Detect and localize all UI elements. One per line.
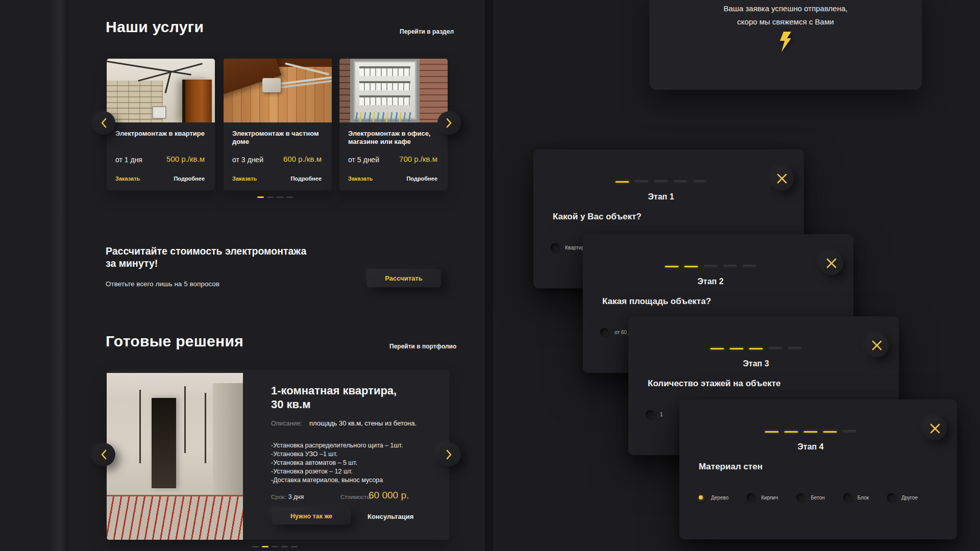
stage-options: Дерево Кирпич Бетон Блок Другое: [697, 493, 918, 502]
service-photo-apartment: [107, 59, 215, 122]
portfolio-card: 1-комнатная квартира, 30 кв.м Описание:п…: [107, 370, 449, 540]
radio-icon[interactable]: [843, 493, 851, 502]
portfolio-section-link[interactable]: Перейти в портфолио: [389, 343, 456, 350]
chevron-left-icon: [101, 449, 107, 460]
service-duration: от 1 дня: [115, 156, 142, 164]
radio-label: Дерево: [711, 495, 728, 500]
carousel-dot[interactable]: [277, 196, 283, 198]
calculator-subtitle: Ответьте всего лишь на 5 вопросов: [106, 280, 219, 288]
portfolio-photo-room: [107, 373, 243, 540]
close-icon: [871, 340, 883, 351]
work-item: -Установка автоматов – 5 шт.: [271, 459, 403, 467]
cost-label: Стоимость:: [340, 494, 372, 500]
stage-question: Какая площадь объекта?: [602, 296, 711, 307]
close-icon: [929, 423, 941, 434]
calculator-title: Рассчитайте стоимость электромонтажа за …: [106, 245, 351, 269]
radio-icon[interactable]: [600, 328, 608, 336]
service-card: Электромонтаж в квартире от 1 дня 500 р.…: [107, 59, 215, 190]
portfolio-work-list: -Установка распределительного щита – 1шт…: [271, 441, 403, 485]
chevron-right-icon: [446, 449, 452, 460]
details-link[interactable]: Подробнее: [174, 176, 205, 182]
radio-option[interactable]: Блок: [843, 493, 869, 502]
close-button[interactable]: [865, 334, 889, 357]
close-icon: [776, 173, 788, 184]
carousel-dot[interactable]: [291, 546, 298, 547]
radio-icon[interactable]: [646, 410, 654, 418]
calculator-title-line1: Рассчитайте стоимость электромонтажа: [106, 245, 351, 257]
success-toast: Ваша заявка успешно отправлена, скоро мы…: [649, 0, 922, 90]
services-prev-button[interactable]: [92, 111, 115, 135]
close-button[interactable]: [923, 417, 947, 440]
service-duration: от 5 дней: [348, 156, 379, 164]
services-next-button[interactable]: [437, 111, 461, 135]
stage-title: Этап 3: [621, 359, 891, 368]
order-button[interactable]: Заказать: [348, 176, 373, 182]
service-title: Электромонтаж в частном доме: [232, 130, 324, 146]
order-button[interactable]: Заказать: [232, 176, 257, 182]
details-link[interactable]: Подробнее: [290, 176, 322, 182]
radio-icon[interactable]: [796, 493, 804, 502]
carousel-dot[interactable]: [272, 546, 278, 547]
description-value: площадь 30 кв.м, стены из бетона.: [309, 419, 416, 427]
radio-option[interactable]: 1: [646, 410, 663, 418]
work-item: -Установка УЗО –1 шт.: [271, 450, 403, 459]
services-section-link[interactable]: Перейти в раздел: [400, 28, 454, 35]
service-photo-electrical-panel: [339, 59, 448, 122]
stage-title: Этап 4: [672, 442, 949, 452]
lightning-bolt-icon: [779, 32, 792, 54]
portfolio-section-title: Готовые решения: [106, 333, 243, 350]
term-value: 3 дня: [288, 493, 304, 500]
service-price: 600 р./кв.м: [283, 155, 322, 163]
radio-icon[interactable]: [747, 493, 755, 502]
wizard-modal-step4: Этап 4 Материал стен Дерево Кирпич Бетон…: [679, 399, 957, 539]
carousel-dot[interactable]: [286, 196, 293, 198]
carousel-dot[interactable]: [257, 196, 264, 198]
radio-label: 1: [660, 412, 663, 417]
close-button[interactable]: [770, 167, 794, 190]
portfolio-item-title: 1-комнатная квартира, 30 кв.м: [271, 384, 397, 411]
radio-icon[interactable]: [551, 243, 559, 252]
radio-option[interactable]: Другое: [887, 493, 918, 502]
order-button[interactable]: Заказать: [115, 176, 140, 182]
service-card: Электромонтаж в офисе, магазине или кафе…: [339, 59, 448, 190]
portfolio-description-row: Описание:площадь 30 кв.м, стены из бетон…: [271, 419, 416, 427]
portfolio-next-button[interactable]: [437, 443, 461, 466]
stage-options: Квартира: [551, 243, 587, 252]
services-carousel-dots[interactable]: [257, 196, 293, 198]
carousel-dot[interactable]: [281, 546, 288, 547]
panel-edge-glow: [51, 0, 68, 551]
portfolio-prev-button[interactable]: [92, 443, 115, 466]
service-title: Электромонтаж в офисе, магазине или кафе: [348, 130, 440, 146]
radio-option[interactable]: Кирпич: [747, 493, 778, 502]
carousel-dot[interactable]: [267, 196, 274, 198]
radio-icon[interactable]: [887, 493, 895, 502]
need-same-button[interactable]: Нужно так же: [272, 508, 351, 524]
term-label: Срок:: [271, 494, 286, 500]
details-link[interactable]: Подробнее: [406, 176, 437, 182]
radio-label: Другое: [901, 495, 918, 500]
calculate-button[interactable]: Рассчитать: [366, 269, 441, 287]
consultation-link[interactable]: Консультация: [368, 513, 413, 520]
service-title: Электромонтаж в квартире: [115, 130, 207, 138]
design-canvas: Наши услуги Перейти в раздел Электромонт…: [0, 0, 980, 551]
portfolio-carousel-dots[interactable]: [252, 546, 298, 547]
radio-option[interactable]: Бетон: [796, 493, 824, 502]
service-price: 500 р./кв.м: [166, 155, 205, 163]
radio-label: Блок: [857, 495, 869, 500]
radio-option[interactable]: Квартира: [551, 243, 587, 252]
close-icon: [826, 258, 837, 269]
close-button[interactable]: [820, 252, 843, 275]
progress-dashes: [710, 347, 802, 350]
portfolio-title-line2: 30 кв.м: [271, 397, 397, 411]
radio-icon[interactable]: [697, 493, 705, 502]
stage-question: Материал стен: [699, 462, 763, 472]
carousel-dot[interactable]: [252, 546, 259, 547]
carousel-dot[interactable]: [262, 546, 268, 547]
stage-title: Этап 1: [526, 192, 796, 202]
calculator-title-line2: за минуту!: [106, 257, 351, 269]
progress-dashes: [616, 180, 707, 183]
radio-option[interactable]: Дерево: [697, 493, 728, 502]
service-photo-wooden-house: [224, 59, 332, 122]
description-label: Описание:: [271, 420, 302, 427]
service-duration: от 3 дней: [232, 156, 263, 164]
